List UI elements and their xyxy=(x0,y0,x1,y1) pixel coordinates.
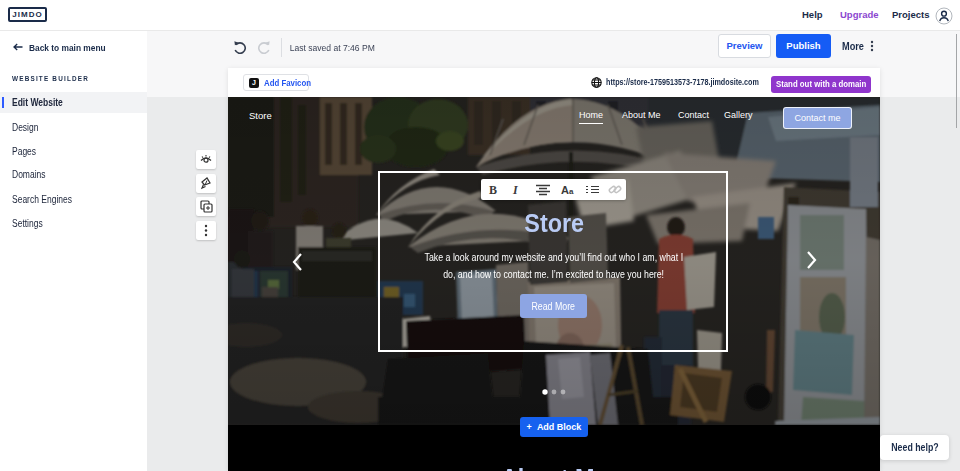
svg-text:B: B xyxy=(489,183,497,197)
svg-text:a: a xyxy=(569,187,574,196)
svg-text:I: I xyxy=(512,183,519,197)
svg-text:A: A xyxy=(561,184,569,196)
